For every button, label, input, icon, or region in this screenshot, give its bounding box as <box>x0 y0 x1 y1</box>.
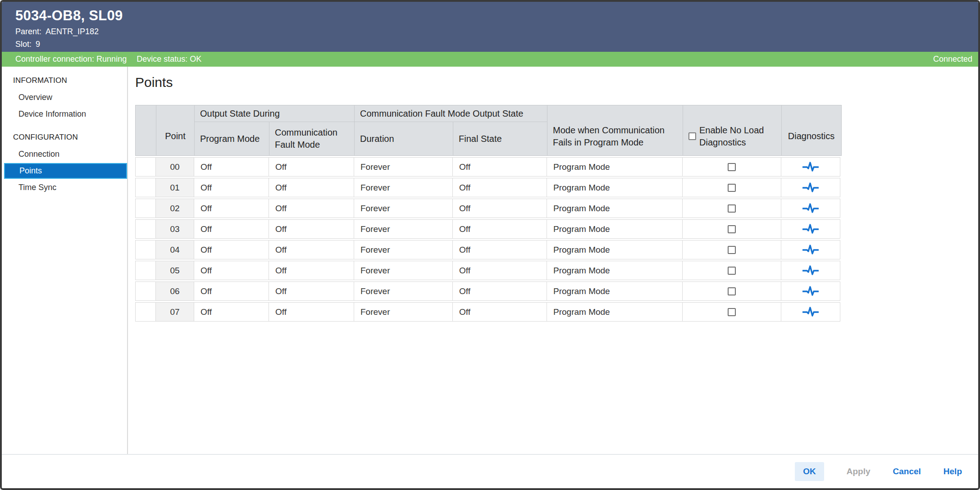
comm-fault-mode-cell[interactable]: Off <box>269 219 354 239</box>
row-selector-cell[interactable] <box>135 219 155 239</box>
mode-when-comm-fails-cell[interactable]: Program Mode <box>547 219 682 239</box>
enable-no-load-checkbox[interactable] <box>728 204 736 213</box>
program-mode-cell[interactable]: Off <box>194 281 269 301</box>
mode-when-comm-fails-cell[interactable]: Program Mode <box>547 240 682 259</box>
diagnostics-icon[interactable] <box>802 161 819 173</box>
sidebar-nav: INFORMATIONOverviewDevice InformationCON… <box>2 67 128 454</box>
diagnostics-icon[interactable] <box>802 306 819 318</box>
header-duration: Duration <box>354 122 453 155</box>
enable-no-load-label: Enable No Load Diagnostics <box>699 124 781 149</box>
diagnostics-cell <box>781 157 840 177</box>
comm-fault-mode-cell[interactable]: Off <box>269 157 354 177</box>
mode-when-comm-fails-cell[interactable]: Program Mode <box>547 157 682 177</box>
header-point: Point <box>156 105 194 155</box>
enable-no-load-all-checkbox[interactable] <box>688 132 696 140</box>
row-selector-cell[interactable] <box>135 178 155 197</box>
header-program-mode: Program Mode <box>194 122 269 155</box>
point-cell: 05 <box>155 261 194 280</box>
enable-no-load-checkbox[interactable] <box>728 308 736 316</box>
row-selector-cell[interactable] <box>135 157 155 177</box>
enable-no-load-cell <box>682 199 781 218</box>
table-row: 01 Off Off Forever Off Program Mode <box>135 178 842 197</box>
program-mode-cell[interactable]: Off <box>194 302 269 322</box>
sidebar-item-time-sync[interactable]: Time Sync <box>2 179 127 196</box>
enable-no-load-checkbox[interactable] <box>728 163 736 171</box>
enable-no-load-cell <box>682 240 781 259</box>
sidebar-item-connection[interactable]: Connection <box>2 146 127 163</box>
comm-fault-mode-cell[interactable]: Off <box>269 281 354 301</box>
table-row: 07 Off Off Forever Off Program Mode <box>135 302 842 322</box>
duration-cell[interactable]: Forever <box>354 199 452 218</box>
table-row: 05 Off Off Forever Off Program Mode <box>135 261 842 280</box>
header-group-comm-fault-output-state: Communication Fault Mode Output State <box>354 105 547 122</box>
row-selector-cell[interactable] <box>135 199 155 218</box>
diagnostics-cell <box>781 302 840 322</box>
final-state-cell[interactable]: Off <box>452 157 547 177</box>
mode-when-comm-fails-cell[interactable]: Program Mode <box>547 281 682 301</box>
mode-when-comm-fails-cell[interactable]: Program Mode <box>547 178 682 197</box>
row-selector-cell[interactable] <box>135 240 155 259</box>
enable-no-load-checkbox[interactable] <box>728 287 736 295</box>
diagnostics-icon[interactable] <box>802 202 819 214</box>
diagnostics-cell <box>781 281 840 301</box>
table-row: 00 Off Off Forever Off Program Mode <box>135 157 842 177</box>
final-state-cell[interactable]: Off <box>452 302 547 322</box>
duration-cell[interactable]: Forever <box>354 178 452 197</box>
final-state-cell[interactable]: Off <box>452 240 547 259</box>
final-state-cell[interactable]: Off <box>452 178 547 197</box>
duration-cell[interactable]: Forever <box>354 281 452 301</box>
points-table-header: Point Output State During Program Mode C… <box>135 105 842 156</box>
row-selector-cell[interactable] <box>135 281 155 301</box>
mode-when-comm-fails-cell[interactable]: Program Mode <box>547 302 682 322</box>
comm-fault-mode-cell[interactable]: Off <box>269 240 354 259</box>
header-comm-fault-mode: Communication Fault Mode <box>269 122 354 155</box>
apply-button[interactable]: Apply <box>847 467 871 476</box>
comm-fault-mode-cell[interactable]: Off <box>269 302 354 322</box>
program-mode-cell[interactable]: Off <box>194 240 269 259</box>
program-mode-cell[interactable]: Off <box>194 219 269 239</box>
point-cell: 06 <box>155 281 194 301</box>
mode-when-comm-fails-cell[interactable]: Program Mode <box>547 261 682 280</box>
diagnostics-icon[interactable] <box>802 244 819 256</box>
row-selector-cell[interactable] <box>135 302 155 322</box>
duration-cell[interactable]: Forever <box>354 157 452 177</box>
final-state-cell[interactable]: Off <box>452 219 547 239</box>
header-enable-no-load: Enable No Load Diagnostics <box>683 105 781 155</box>
comm-fault-mode-cell[interactable]: Off <box>269 178 354 197</box>
sidebar-item-device-information[interactable]: Device Information <box>2 106 127 122</box>
final-state-cell[interactable]: Off <box>452 261 547 280</box>
comm-fault-mode-cell[interactable]: Off <box>269 199 354 218</box>
sidebar-item-points[interactable]: Points <box>4 163 127 179</box>
program-mode-cell[interactable]: Off <box>194 261 269 280</box>
program-mode-cell[interactable]: Off <box>194 178 269 197</box>
program-mode-cell[interactable]: Off <box>194 157 269 177</box>
diagnostics-cell <box>781 261 840 280</box>
diagnostics-icon[interactable] <box>802 223 819 235</box>
point-cell: 07 <box>155 302 194 322</box>
duration-cell[interactable]: Forever <box>354 261 452 280</box>
cancel-button[interactable]: Cancel <box>893 467 921 476</box>
enable-no-load-checkbox[interactable] <box>728 246 736 254</box>
connection-state: Connected <box>933 54 972 64</box>
mode-when-comm-fails-cell[interactable]: Program Mode <box>547 199 682 218</box>
program-mode-cell[interactable]: Off <box>194 199 269 218</box>
enable-no-load-checkbox[interactable] <box>728 184 736 192</box>
slot-label: Slot: <box>15 40 32 49</box>
final-state-cell[interactable]: Off <box>452 199 547 218</box>
ok-button[interactable]: OK <box>795 462 824 481</box>
diagnostics-icon[interactable] <box>802 181 819 194</box>
sidebar-item-overview[interactable]: Overview <box>2 89 127 106</box>
duration-cell[interactable]: Forever <box>354 302 452 322</box>
enable-no-load-checkbox[interactable] <box>728 267 736 275</box>
duration-cell[interactable]: Forever <box>354 219 452 239</box>
diagnostics-icon[interactable] <box>802 264 819 277</box>
row-selector-cell[interactable] <box>135 261 155 280</box>
enable-no-load-checkbox[interactable] <box>728 225 736 233</box>
sidebar-section-label: INFORMATION <box>2 72 127 89</box>
points-table: Point Output State During Program Mode C… <box>135 105 842 322</box>
help-button[interactable]: Help <box>944 467 962 476</box>
duration-cell[interactable]: Forever <box>354 240 452 259</box>
final-state-cell[interactable]: Off <box>452 281 547 301</box>
diagnostics-icon[interactable] <box>802 285 819 297</box>
comm-fault-mode-cell[interactable]: Off <box>269 261 354 280</box>
